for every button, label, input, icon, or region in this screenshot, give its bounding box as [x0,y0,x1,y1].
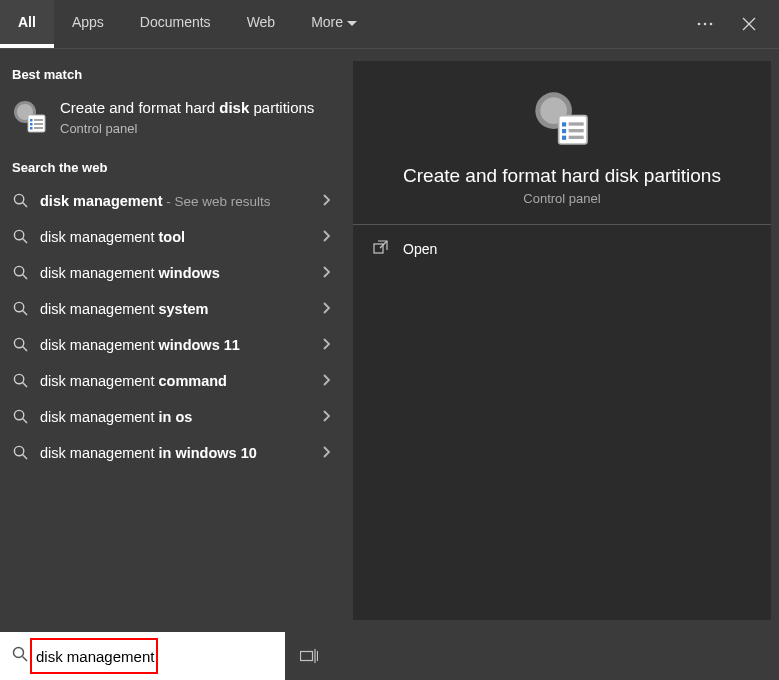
search-body: Best match Create and format hard disk p… [0,49,779,632]
svg-rect-43 [301,652,313,661]
chevron-right-icon [323,300,331,318]
svg-point-2 [710,23,713,26]
web-result-text: disk management system [40,301,323,317]
web-result-text: disk management - See web results [40,193,323,209]
filter-tab-apps[interactable]: Apps [54,0,122,48]
control-panel-icon [12,99,48,135]
svg-point-41 [14,648,24,658]
svg-point-14 [14,194,23,203]
web-result-text: disk management in os [40,409,323,425]
search-icon [12,646,28,666]
search-web-heading: Search the web [0,154,341,183]
chevron-right-icon [323,336,331,354]
best-match-subtitle: Control panel [60,121,314,136]
svg-rect-33 [562,122,566,126]
close-icon[interactable] [727,2,771,46]
preview-header: Create and format hard disk partitions C… [353,61,771,225]
svg-line-27 [22,419,26,423]
svg-point-20 [14,302,23,311]
search-box[interactable] [0,632,285,680]
chevron-right-icon [323,408,331,426]
svg-rect-38 [569,136,584,139]
search-icon [10,445,30,460]
best-match-result[interactable]: Create and format hard disk partitions C… [0,90,341,144]
svg-rect-36 [569,122,584,125]
web-result-row[interactable]: disk management - See web results [0,183,341,219]
web-result-row[interactable]: disk management command [0,363,341,399]
svg-point-26 [14,410,23,419]
filter-tab-all[interactable]: All [0,0,54,48]
results-column: Best match Create and format hard disk p… [0,49,341,632]
web-result-row[interactable]: disk management windows 11 [0,327,341,363]
search-icon [10,229,30,244]
search-icon [10,373,30,388]
chevron-right-icon [323,228,331,246]
svg-rect-10 [30,127,33,130]
svg-line-19 [22,275,26,279]
svg-rect-35 [562,136,566,140]
best-match-text: Create and format hard disk partitions C… [60,98,314,136]
svg-rect-13 [34,127,43,129]
svg-point-16 [14,230,23,239]
preview-subtitle: Control panel [523,191,600,206]
chevron-right-icon [323,264,331,282]
web-result-row[interactable]: disk management in os [0,399,341,435]
control-panel-icon [532,89,592,149]
preview-action-label: Open [403,241,437,257]
svg-point-28 [14,446,23,455]
web-result-text: disk management windows [40,265,323,281]
web-result-row[interactable]: disk management tool [0,219,341,255]
web-result-row[interactable]: disk management system [0,291,341,327]
open-icon [373,240,389,259]
svg-rect-37 [569,129,584,132]
svg-rect-34 [562,129,566,133]
svg-point-22 [14,338,23,347]
preview-action-open[interactable]: Open [353,225,771,273]
svg-rect-12 [34,123,43,125]
svg-rect-9 [30,123,33,126]
svg-rect-11 [34,119,43,121]
filter-tab-web[interactable]: Web [229,0,294,48]
chevron-right-icon [323,372,331,390]
svg-line-29 [22,455,26,459]
web-result-text: disk management windows 11 [40,337,323,353]
web-result-text: disk management command [40,373,323,389]
svg-line-23 [22,347,26,351]
filter-tab-more[interactable]: More [293,0,375,48]
svg-point-0 [698,23,701,26]
web-results-list: disk management - See web resultsdisk ma… [0,183,341,471]
web-result-text: disk management in windows 10 [40,445,323,461]
chevron-right-icon [323,444,331,462]
more-options-icon[interactable] [683,2,727,46]
filter-tabs: AllAppsDocumentsWebMore [0,0,375,48]
search-header: AllAppsDocumentsWebMore [0,0,779,49]
svg-point-1 [704,23,707,26]
chevron-down-icon [347,14,357,30]
search-icon [10,409,30,424]
best-match-title-post: partitions [249,99,314,116]
svg-rect-39 [374,244,383,253]
search-icon [10,301,30,316]
chevron-right-icon [323,192,331,210]
preview-title: Create and format hard disk partitions [403,165,721,187]
preview-panel: Create and format hard disk partitions C… [353,61,771,620]
web-result-row[interactable]: disk management windows [0,255,341,291]
search-icon [10,193,30,208]
web-result-text: disk management tool [40,229,323,245]
svg-point-18 [14,266,23,275]
svg-line-42 [23,657,28,662]
search-icon [10,337,30,352]
best-match-title-bold: disk [219,99,249,116]
best-match-title-pre: Create and format hard [60,99,219,116]
svg-line-17 [22,239,26,243]
task-view-button[interactable] [285,632,333,680]
search-input[interactable] [36,648,277,665]
best-match-heading: Best match [0,61,341,90]
svg-point-24 [14,374,23,383]
taskbar-search-area [0,632,779,680]
svg-line-15 [22,203,26,207]
preview-actions: Open [353,225,771,273]
preview-column: Create and format hard disk partitions C… [341,49,779,632]
web-result-row[interactable]: disk management in windows 10 [0,435,341,471]
filter-tab-documents[interactable]: Documents [122,0,229,48]
